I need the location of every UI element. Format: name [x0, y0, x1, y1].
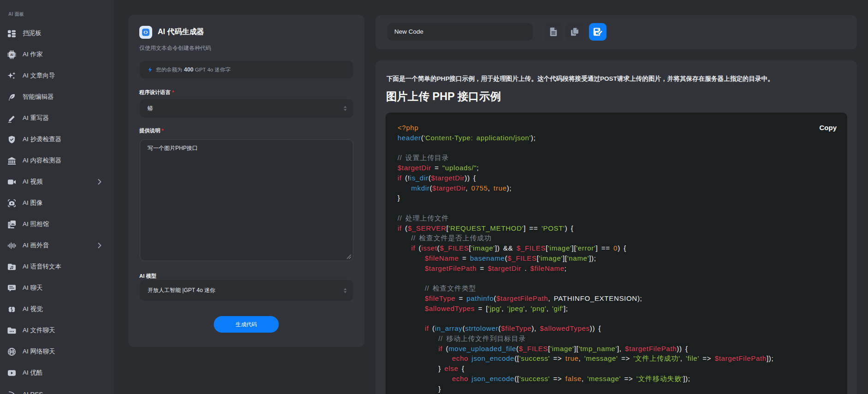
svg-text:AI: AI — [10, 53, 13, 56]
